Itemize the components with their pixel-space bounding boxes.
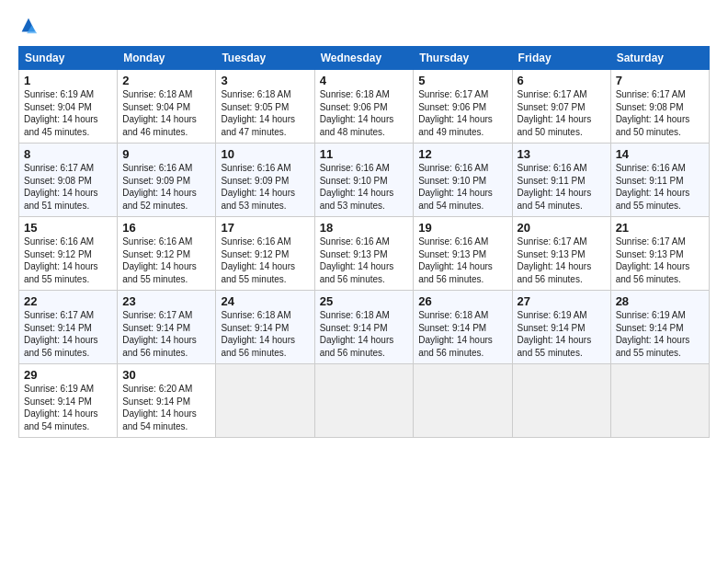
- day-number: 14: [616, 147, 704, 161]
- header: [18, 17, 710, 37]
- calendar-cell: 7Sunrise: 6:17 AMSunset: 9:08 PMDaylight…: [610, 70, 709, 144]
- cell-info: Sunrise: 6:16 AMSunset: 9:11 PMDaylight:…: [616, 162, 704, 212]
- calendar-cell: 12Sunrise: 6:16 AMSunset: 9:10 PMDayligh…: [414, 144, 512, 217]
- calendar-body: 1Sunrise: 6:19 AMSunset: 9:04 PMDaylight…: [19, 70, 710, 438]
- cell-info: Sunrise: 6:16 AMSunset: 9:11 PMDaylight:…: [518, 162, 606, 212]
- cell-info: Sunrise: 6:18 AMSunset: 9:14 PMDaylight:…: [221, 309, 309, 359]
- cell-info: Sunrise: 6:16 AMSunset: 9:10 PMDaylight:…: [418, 162, 506, 212]
- logo-icon: [18, 17, 39, 37]
- calendar-cell: 16Sunrise: 6:16 AMSunset: 9:12 PMDayligh…: [118, 217, 216, 291]
- calendar-cell: [512, 364, 610, 438]
- calendar-cell: 25Sunrise: 6:18 AMSunset: 9:14 PMDayligh…: [314, 291, 414, 364]
- day-number: 28: [616, 294, 704, 308]
- cell-info: Sunrise: 6:17 AMSunset: 9:14 PMDaylight:…: [24, 309, 112, 359]
- cell-info: Sunrise: 6:17 AMSunset: 9:06 PMDaylight:…: [418, 88, 506, 138]
- calendar-cell: 6Sunrise: 6:17 AMSunset: 9:07 PMDaylight…: [512, 70, 610, 144]
- logo: [18, 17, 40, 37]
- cell-info: Sunrise: 6:16 AMSunset: 9:13 PMDaylight:…: [320, 236, 409, 285]
- day-number: 2: [122, 74, 210, 87]
- day-header-friday: Friday: [512, 47, 610, 70]
- cell-info: Sunrise: 6:17 AMSunset: 9:07 PMDaylight:…: [518, 88, 606, 138]
- calendar-cell: 3Sunrise: 6:18 AMSunset: 9:05 PMDaylight…: [216, 70, 314, 144]
- cell-info: Sunrise: 6:20 AMSunset: 9:14 PMDaylight:…: [122, 383, 210, 432]
- calendar-cell: 23Sunrise: 6:17 AMSunset: 9:14 PMDayligh…: [118, 291, 216, 364]
- cell-info: Sunrise: 6:17 AMSunset: 9:13 PMDaylight:…: [616, 236, 704, 285]
- calendar-cell: 21Sunrise: 6:17 AMSunset: 9:13 PMDayligh…: [610, 217, 709, 291]
- day-number: 18: [320, 221, 409, 235]
- calendar-cell: 14Sunrise: 6:16 AMSunset: 9:11 PMDayligh…: [610, 144, 709, 217]
- day-number: 27: [518, 294, 606, 308]
- calendar-week-2: 8Sunrise: 6:17 AMSunset: 9:08 PMDaylight…: [19, 144, 710, 217]
- calendar: SundayMondayTuesdayWednesdayThursdayFrid…: [18, 46, 710, 438]
- day-number: 22: [24, 294, 112, 308]
- cell-info: Sunrise: 6:19 AMSunset: 9:14 PMDaylight:…: [24, 383, 112, 432]
- calendar-header-row: SundayMondayTuesdayWednesdayThursdayFrid…: [19, 47, 710, 70]
- calendar-cell: 27Sunrise: 6:19 AMSunset: 9:14 PMDayligh…: [512, 291, 610, 364]
- calendar-week-5: 29Sunrise: 6:19 AMSunset: 9:14 PMDayligh…: [19, 364, 710, 438]
- day-number: 6: [518, 74, 606, 87]
- day-header-saturday: Saturday: [610, 47, 709, 70]
- calendar-cell: 5Sunrise: 6:17 AMSunset: 9:06 PMDaylight…: [414, 70, 512, 144]
- day-number: 24: [221, 294, 309, 308]
- cell-info: Sunrise: 6:18 AMSunset: 9:04 PMDaylight:…: [122, 88, 210, 138]
- calendar-cell: 24Sunrise: 6:18 AMSunset: 9:14 PMDayligh…: [216, 291, 314, 364]
- day-number: 13: [518, 147, 606, 161]
- cell-info: Sunrise: 6:16 AMSunset: 9:09 PMDaylight:…: [122, 162, 210, 212]
- calendar-cell: 15Sunrise: 6:16 AMSunset: 9:12 PMDayligh…: [19, 217, 118, 291]
- cell-info: Sunrise: 6:16 AMSunset: 9:12 PMDaylight:…: [24, 236, 112, 285]
- calendar-cell: 28Sunrise: 6:19 AMSunset: 9:14 PMDayligh…: [610, 291, 709, 364]
- calendar-cell: 17Sunrise: 6:16 AMSunset: 9:12 PMDayligh…: [216, 217, 314, 291]
- calendar-week-3: 15Sunrise: 6:16 AMSunset: 9:12 PMDayligh…: [19, 217, 710, 291]
- day-number: 7: [616, 74, 704, 87]
- day-header-monday: Monday: [118, 47, 216, 70]
- day-number: 29: [24, 368, 112, 382]
- page: SundayMondayTuesdayWednesdayThursdayFrid…: [0, 0, 728, 563]
- day-header-thursday: Thursday: [414, 47, 512, 70]
- day-number: 26: [418, 294, 506, 308]
- calendar-cell: 8Sunrise: 6:17 AMSunset: 9:08 PMDaylight…: [19, 144, 118, 217]
- cell-info: Sunrise: 6:16 AMSunset: 9:10 PMDaylight:…: [320, 162, 409, 212]
- calendar-cell: 2Sunrise: 6:18 AMSunset: 9:04 PMDaylight…: [118, 70, 216, 144]
- cell-info: Sunrise: 6:17 AMSunset: 9:08 PMDaylight:…: [616, 88, 704, 138]
- calendar-cell: 22Sunrise: 6:17 AMSunset: 9:14 PMDayligh…: [19, 291, 118, 364]
- calendar-cell: 4Sunrise: 6:18 AMSunset: 9:06 PMDaylight…: [314, 70, 414, 144]
- day-number: 8: [24, 147, 112, 161]
- day-number: 21: [616, 221, 704, 235]
- day-number: 23: [122, 294, 210, 308]
- cell-info: Sunrise: 6:19 AMSunset: 9:14 PMDaylight:…: [616, 309, 704, 359]
- calendar-week-1: 1Sunrise: 6:19 AMSunset: 9:04 PMDaylight…: [19, 70, 710, 144]
- day-header-wednesday: Wednesday: [314, 47, 414, 70]
- calendar-cell: [314, 364, 414, 438]
- cell-info: Sunrise: 6:18 AMSunset: 9:05 PMDaylight:…: [221, 88, 309, 138]
- calendar-cell: [610, 364, 709, 438]
- cell-info: Sunrise: 6:19 AMSunset: 9:14 PMDaylight:…: [518, 309, 606, 359]
- day-number: 4: [320, 74, 409, 87]
- calendar-cell: 29Sunrise: 6:19 AMSunset: 9:14 PMDayligh…: [19, 364, 118, 438]
- day-number: 30: [122, 368, 210, 382]
- cell-info: Sunrise: 6:18 AMSunset: 9:14 PMDaylight:…: [320, 309, 409, 359]
- day-number: 12: [418, 147, 506, 161]
- day-header-tuesday: Tuesday: [216, 47, 314, 70]
- calendar-cell: 1Sunrise: 6:19 AMSunset: 9:04 PMDaylight…: [19, 70, 118, 144]
- day-number: 20: [518, 221, 606, 235]
- cell-info: Sunrise: 6:18 AMSunset: 9:06 PMDaylight:…: [320, 88, 409, 138]
- cell-info: Sunrise: 6:16 AMSunset: 9:12 PMDaylight:…: [221, 236, 309, 285]
- cell-info: Sunrise: 6:16 AMSunset: 9:09 PMDaylight:…: [221, 162, 309, 212]
- calendar-cell: 19Sunrise: 6:16 AMSunset: 9:13 PMDayligh…: [414, 217, 512, 291]
- calendar-cell: 26Sunrise: 6:18 AMSunset: 9:14 PMDayligh…: [414, 291, 512, 364]
- day-number: 25: [320, 294, 409, 308]
- day-number: 16: [122, 221, 210, 235]
- calendar-cell: [414, 364, 512, 438]
- calendar-cell: 11Sunrise: 6:16 AMSunset: 9:10 PMDayligh…: [314, 144, 414, 217]
- cell-info: Sunrise: 6:17 AMSunset: 9:13 PMDaylight:…: [518, 236, 606, 285]
- calendar-cell: [216, 364, 314, 438]
- cell-info: Sunrise: 6:17 AMSunset: 9:08 PMDaylight:…: [24, 162, 112, 212]
- cell-info: Sunrise: 6:16 AMSunset: 9:13 PMDaylight:…: [418, 236, 506, 285]
- day-number: 5: [418, 74, 506, 87]
- calendar-week-4: 22Sunrise: 6:17 AMSunset: 9:14 PMDayligh…: [19, 291, 710, 364]
- cell-info: Sunrise: 6:17 AMSunset: 9:14 PMDaylight:…: [122, 309, 210, 359]
- day-number: 10: [221, 147, 309, 161]
- cell-info: Sunrise: 6:16 AMSunset: 9:12 PMDaylight:…: [122, 236, 210, 285]
- day-number: 11: [320, 147, 409, 161]
- calendar-cell: 18Sunrise: 6:16 AMSunset: 9:13 PMDayligh…: [314, 217, 414, 291]
